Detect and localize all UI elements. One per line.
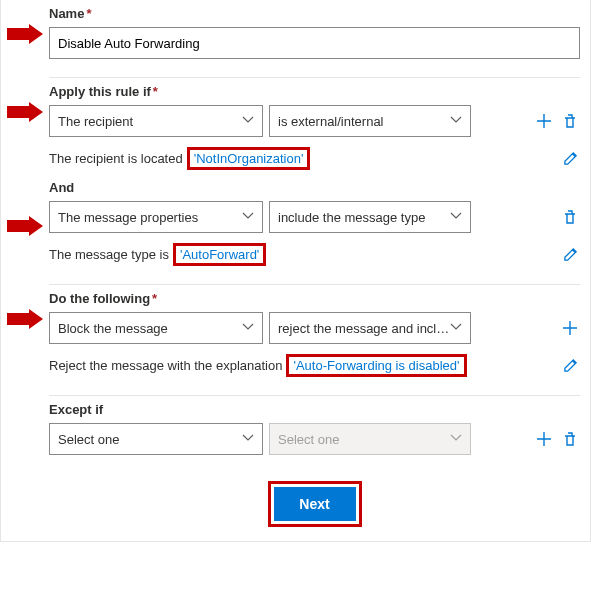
section-apply-rule: Apply this rule if* The recipient is ext…: [49, 78, 580, 285]
delete-exception-button[interactable]: [560, 429, 580, 449]
recipient-select[interactable]: The recipient: [49, 105, 263, 137]
chevron-down-icon: [242, 321, 254, 336]
condition1-highlight: 'NotInOrganization': [187, 147, 311, 170]
except-select-1[interactable]: Select one: [49, 423, 263, 455]
chevron-down-icon: [450, 321, 462, 336]
add-action-button[interactable]: [560, 318, 580, 338]
action-desc: Reject the message with the explanation: [49, 358, 282, 373]
condition2-desc: The message type is: [49, 247, 169, 262]
delete-condition-button[interactable]: [560, 111, 580, 131]
red-arrow-icon: [7, 102, 43, 122]
chevron-down-icon: [242, 114, 254, 129]
red-arrow-icon: [7, 309, 43, 329]
chevron-down-icon: [242, 210, 254, 225]
and-label: And: [49, 180, 580, 195]
condition2-highlight: 'AutoForward': [173, 243, 266, 266]
chevron-down-icon: [242, 432, 254, 447]
msgtype-select[interactable]: include the message type: [269, 201, 471, 233]
next-button[interactable]: Next: [274, 487, 356, 521]
next-highlight: Next: [268, 481, 362, 527]
recipient-scope-select[interactable]: is external/internal: [269, 105, 471, 137]
condition1-desc: The recipient is located: [49, 151, 183, 166]
action-sub-select[interactable]: reject the message and incl…: [269, 312, 471, 344]
except-select-2: Select one: [269, 423, 471, 455]
chevron-down-icon: [450, 114, 462, 129]
edit-condition1-button[interactable]: [560, 149, 580, 169]
msgprops-select[interactable]: The message properties: [49, 201, 263, 233]
action-label: Do the following*: [49, 287, 580, 306]
delete-condition2-button[interactable]: [560, 207, 580, 227]
edit-action-button[interactable]: [560, 356, 580, 376]
section-except: Except if Select one Select one: [49, 396, 580, 473]
chevron-down-icon: [450, 210, 462, 225]
red-arrow-icon: [7, 24, 43, 44]
red-arrow-icon: [7, 216, 43, 236]
name-label: Name*: [49, 2, 580, 21]
section-name: Name*: [49, 0, 580, 78]
add-exception-button[interactable]: [534, 429, 554, 449]
action-highlight: 'Auto-Forwarding is disabled': [286, 354, 466, 377]
chevron-down-icon: [450, 432, 462, 447]
add-condition-button[interactable]: [534, 111, 554, 131]
name-input[interactable]: [49, 27, 580, 59]
action-select[interactable]: Block the message: [49, 312, 263, 344]
except-label: Except if: [49, 398, 580, 417]
section-action: Do the following* Block the message reje…: [49, 285, 580, 396]
edit-condition2-button[interactable]: [560, 245, 580, 265]
apply-rule-label: Apply this rule if*: [49, 80, 580, 99]
